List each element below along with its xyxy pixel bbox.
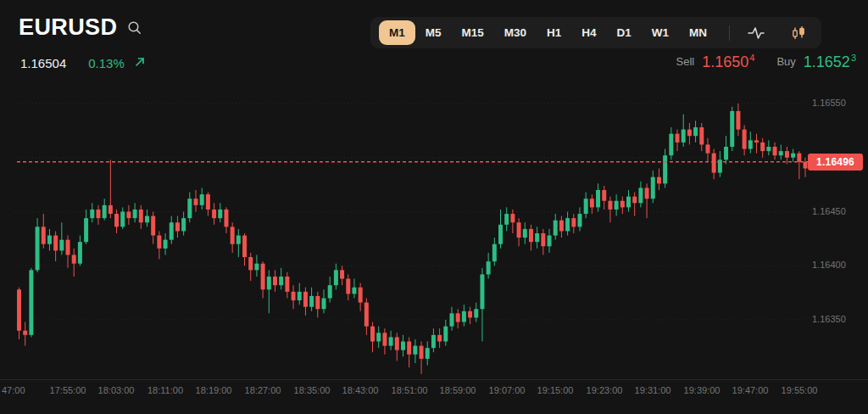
timeframe-button-h1[interactable]: H1 [537,20,571,46]
timeframe-buttons: M1M5M15M30H1H4D1W1MN [379,20,717,46]
time-axis-label: 19:15:00 [537,385,574,395]
candle-body [431,335,436,348]
buy-button[interactable]: 1.16523 [804,53,856,70]
candle-body [743,130,747,149]
candle-body [346,279,350,294]
candle-body [66,240,70,255]
candle-body [577,214,581,227]
candle-body [779,151,783,155]
candle-body [206,194,210,210]
candle-body [151,216,155,236]
time-axis-label: 19:07:00 [489,385,526,395]
candle-body [456,313,460,322]
candle-body [804,162,808,169]
candle-body [462,311,466,322]
candle-body [724,147,728,159]
time-axis[interactable]: 47:0017:55:0018:03:0018:11:0018:19:0018:… [0,379,868,414]
candle-body [53,236,58,251]
candle-body [596,190,600,207]
candle-body [59,240,64,251]
time-axis-label: 19:23:00 [587,385,623,395]
time-axis-label: 18:51:00 [392,385,428,395]
candle-body [114,214,119,227]
time-axis-label: 18:03:00 [98,385,135,395]
candle-body [315,296,320,309]
candle-body [47,236,52,244]
candle-body [17,289,21,330]
time-axis-label: 18:19:00 [196,385,232,395]
candle-body [632,197,637,204]
candle-body [175,222,180,231]
candle-body [791,154,795,158]
candle-body [218,210,222,218]
candlestick-chart-type-button[interactable] [791,25,806,41]
symbol-search-button[interactable] [125,19,144,37]
timeframe-button-m15[interactable]: M15 [452,20,494,46]
candle-body [492,244,497,261]
candle-body [420,346,424,359]
toolbar-divider [729,25,730,41]
candle-body [407,342,411,355]
candle-body [200,194,204,205]
candle-body [108,205,113,214]
timeframe-button-m5[interactable]: M5 [415,20,452,46]
candle-body [322,299,326,310]
change-percent-value: 0.13% [88,56,125,70]
candle-body [626,197,631,208]
candle-body [773,147,777,155]
current-price-value: 1.16496 [816,156,854,168]
candle-body [298,292,302,300]
candlestick-chart-icon [791,25,806,41]
sell-button[interactable]: 1.16504 [702,53,754,70]
price-chart[interactable]: 1.165501.165001.164501.164001.16350 1.16… [0,93,868,379]
candle-body [687,130,692,137]
time-axis-label: 18:11:00 [147,385,183,395]
timeframe-button-m30[interactable]: M30 [494,20,537,46]
candle-body [303,292,308,307]
candle-body [370,327,375,342]
timeframe-button-w1[interactable]: W1 [642,20,679,46]
candle-body [510,214,515,222]
timeframe-button-h4[interactable]: H4 [571,20,606,46]
candle-body [676,134,680,143]
line-chart-type-button[interactable] [747,25,765,41]
candle-body [364,303,369,327]
sell-price-pip: 4 [749,53,754,63]
candle-body [90,210,94,218]
change-percent: 0.13% [88,56,146,70]
candle-body [212,210,216,218]
timeframe-button-m1[interactable]: M1 [379,20,415,46]
candle-body [571,218,576,227]
candle-body [340,270,344,278]
candle-body [72,255,76,264]
candle-body [474,309,478,317]
candle-body [273,277,277,285]
candle-body [645,187,649,199]
symbol-header: EURUSD [19,14,144,41]
candle-body [23,331,27,335]
candle-body [224,210,228,227]
candle-body [359,288,363,303]
candle-body [608,201,612,210]
price-stats: 1.16504 0.13% [20,56,146,70]
trading-app: EURUSD 1.16504 0.13% M1M5M15M30H1H4D1W1M… [0,0,868,414]
candle-body [194,199,198,205]
candle-body [157,236,161,249]
candle-body [541,233,545,246]
candle-body [559,221,564,232]
candle-body [103,205,107,218]
candle-body [389,337,393,345]
candle-body [133,210,137,218]
candle-body [584,199,588,214]
timeframe-button-d1[interactable]: D1 [607,20,642,46]
candle-body [730,111,734,147]
candle-body [401,342,405,350]
candle-body [126,212,131,219]
quote-panel: Sell 1.16504 Buy 1.16523 [676,53,856,70]
candle-body [548,236,552,247]
timeframe-button-mn[interactable]: MN [679,20,717,46]
candle-body [699,127,704,144]
candle-body [181,218,186,231]
candle-body [413,346,417,355]
candle-body [736,111,740,130]
